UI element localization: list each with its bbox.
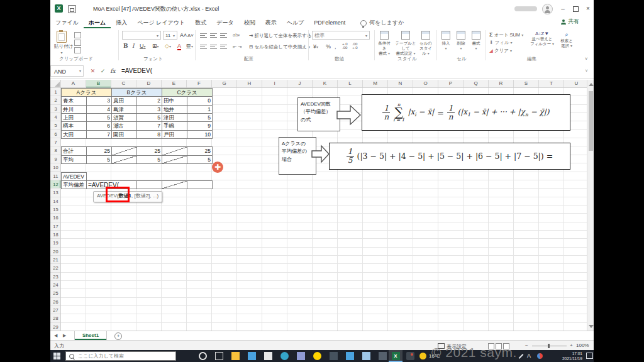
column-header-B[interactable]: B: [86, 80, 111, 88]
cell[interactable]: 上田: [61, 113, 87, 122]
align-bottom-icon[interactable]: [220, 32, 227, 37]
ime-indicator[interactable]: A: [527, 353, 531, 359]
cell[interactable]: 柄本: [61, 121, 87, 130]
underline-icon[interactable]: U▾: [140, 43, 146, 49]
cell[interactable]: 3: [86, 96, 112, 105]
cell[interactable]: 10: [187, 130, 213, 139]
column-header-O[interactable]: O: [413, 80, 438, 88]
file-explorer-icon[interactable]: [231, 352, 240, 360]
row-header-4[interactable]: 4: [50, 113, 61, 121]
confirm-entry-icon[interactable]: ✓: [98, 65, 108, 77]
conditional-formatting-button[interactable]: 条件付き書式 ▾: [376, 31, 392, 57]
weather-icon[interactable]: [419, 353, 426, 359]
row-header-1[interactable]: 1: [50, 88, 61, 96]
start-button[interactable]: [53, 353, 60, 359]
account-avatar[interactable]: [542, 4, 553, 14]
percent-icon[interactable]: %: [326, 43, 331, 50]
account-name-pill[interactable]: [514, 6, 537, 11]
cell[interactable]: [162, 155, 187, 164]
tab-formulas[interactable]: 数式: [190, 18, 211, 28]
orientation-icon[interactable]: ab▾: [233, 32, 240, 38]
font-color-icon[interactable]: A: [177, 43, 181, 50]
column-header-M[interactable]: M: [363, 80, 388, 88]
cell[interactable]: 5: [136, 113, 162, 122]
cell[interactable]: 津田: [162, 113, 187, 122]
row-header-2[interactable]: 2: [50, 96, 61, 104]
row-header-15[interactable]: 15: [50, 206, 61, 214]
row-header-27[interactable]: 27: [50, 306, 61, 314]
cell[interactable]: 平均: [61, 155, 87, 164]
cell[interactable]: 5: [187, 155, 213, 164]
tab-insert[interactable]: 挿入: [111, 18, 132, 28]
row-header-5[interactable]: 5: [50, 121, 61, 129]
row-header-28[interactable]: 28: [50, 314, 61, 322]
cell[interactable]: 8: [136, 130, 162, 139]
cell[interactable]: AVEDEV: [61, 172, 87, 181]
paste-button[interactable]: 貼り付け▾: [54, 43, 69, 55]
row-header-8[interactable]: 8: [50, 146, 61, 155]
find-select-button[interactable]: ⌕ 検索と選択 ▾: [557, 31, 576, 49]
cut-icon[interactable]: [74, 32, 81, 38]
cell[interactable]: 25: [86, 146, 112, 155]
row-header-10[interactable]: 10: [50, 163, 61, 172]
tray-app-icon[interactable]: [537, 353, 543, 359]
photos-icon[interactable]: [248, 352, 256, 360]
cell[interactable]: 真田: [111, 96, 137, 105]
vertical-scrollbar[interactable]: [587, 80, 594, 331]
cell[interactable]: 2: [136, 96, 162, 105]
align-middle-icon[interactable]: [210, 32, 217, 37]
cell[interactable]: 4: [86, 105, 112, 114]
tell-me-box[interactable]: 何をしますか: [360, 19, 404, 27]
cell[interactable]: 3: [136, 105, 162, 114]
row-header-25[interactable]: 25: [50, 289, 61, 297]
cell[interactable]: [187, 180, 213, 189]
tab-page-layout[interactable]: ページ レイアウト: [132, 18, 190, 28]
sticky-notes-icon[interactable]: [313, 352, 321, 360]
scroll-up-icon[interactable]: [589, 83, 594, 86]
formula-input[interactable]: =AVEDEV(: [121, 65, 152, 77]
cell[interactable]: 25: [136, 146, 162, 155]
align-right-icon[interactable]: [220, 43, 227, 48]
font-size-select[interactable]: 11▾: [163, 31, 177, 40]
search-input[interactable]: [77, 353, 161, 359]
row-header-18[interactable]: 18: [50, 231, 61, 239]
expand-formula-bar-icon[interactable]: ˅: [582, 65, 591, 77]
cell[interactable]: 0: [187, 96, 213, 105]
phonetic-icon[interactable]: 亜▾: [186, 43, 193, 50]
column-header-T[interactable]: T: [539, 80, 564, 88]
cell[interactable]: 9: [187, 121, 213, 130]
column-header-A[interactable]: A: [61, 80, 86, 88]
align-center-icon[interactable]: [210, 43, 217, 48]
row-header-29[interactable]: 29: [50, 323, 61, 331]
action-center-icon[interactable]: [586, 353, 593, 359]
cell[interactable]: 7: [136, 121, 162, 130]
column-header-Q[interactable]: Q: [464, 80, 489, 88]
autosum-button[interactable]: Σ オート SUM ▾: [489, 31, 523, 38]
number-format-select[interactable]: 標準▾: [312, 31, 370, 40]
prev-sheet-icon[interactable]: ◀: [54, 333, 57, 338]
cell[interactable]: [111, 155, 137, 164]
bold-icon[interactable]: B: [123, 43, 128, 49]
row-header-22[interactable]: 22: [50, 264, 61, 272]
row-header-13[interactable]: 13: [50, 189, 61, 197]
increase-decimal-icon[interactable]: +.0.00: [342, 42, 348, 50]
row-header-26[interactable]: 26: [50, 298, 61, 306]
cell[interactable]: 青木: [61, 96, 87, 105]
column-header-N[interactable]: N: [388, 80, 413, 88]
wrap-text-button[interactable]: ⇥ 折り返して全体を表示する: [249, 33, 311, 39]
taskbar-excel-active[interactable]: X: [389, 350, 402, 362]
store-icon[interactable]: [264, 352, 272, 360]
sheet-tab-sheet1[interactable]: Sheet1: [74, 331, 107, 340]
sheet-grid[interactable]: AクラスBクラスCクラス青木3真田2田中0井川4島津3地井1上田5須賀5津田5柄…: [61, 88, 587, 331]
column-header-L[interactable]: L: [338, 80, 363, 88]
tab-help[interactable]: ヘルプ: [282, 18, 309, 28]
calculator-icon[interactable]: [362, 352, 370, 360]
column-header-S[interactable]: S: [514, 80, 539, 88]
screen-recorder-icon[interactable]: [406, 352, 414, 360]
row-header-9[interactable]: 9: [50, 155, 61, 163]
pinned-app-icon[interactable]: [330, 352, 338, 360]
italic-icon[interactable]: I: [132, 43, 135, 49]
zoom-in-icon[interactable]: +: [570, 343, 573, 348]
tab-home[interactable]: ホーム: [84, 18, 111, 28]
cell[interactable]: 井川: [61, 105, 87, 114]
